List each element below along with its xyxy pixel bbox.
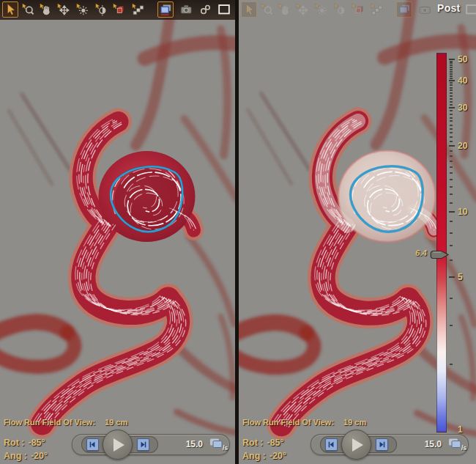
colorbar-current-value: 6.4 [406, 248, 427, 257]
rotation-readout: Rot :-85° [4, 438, 45, 448]
border-frame-tool-icon[interactable] [464, 1, 476, 18]
colorbar-label: 1 [458, 424, 463, 435]
ang-value: -20° [31, 451, 48, 461]
play-button[interactable] [103, 430, 133, 460]
ang-label: Ang : [4, 451, 27, 461]
colorbar-tick [450, 150, 453, 152]
zoom-tool-icon[interactable] [259, 1, 275, 18]
resize-tool-icon[interactable] [368, 1, 384, 18]
colorbar-tick [450, 69, 453, 70]
link-tool-icon[interactable] [197, 1, 213, 18]
play-button[interactable] [341, 430, 371, 460]
frames-per-second-icon[interactable]: /s [209, 437, 226, 452]
rotate-tool-icon[interactable] [294, 1, 310, 18]
colorbar-label: 20 [458, 141, 467, 151]
select-cursor-tool-icon[interactable] [2, 1, 18, 18]
frames-per-second-icon[interactable]: /s [447, 437, 465, 452]
colorbar-tick [450, 120, 453, 122]
camera-snapshot-tool-icon[interactable] [417, 1, 433, 18]
rot-value: -85° [28, 438, 45, 448]
display-layout-tool-icon[interactable] [396, 1, 412, 18]
colorbar-tick [450, 104, 453, 106]
colorbar-tick [450, 82, 453, 84]
colorbar-tick [450, 65, 453, 66]
brightness-tool-icon[interactable] [74, 1, 90, 18]
camera-snapshot-tool-icon[interactable] [178, 1, 194, 18]
flow-visualization-app: Flow Run Field Of View:19 cm Rot :-85° A… [0, 0, 476, 464]
brightness-tool-icon[interactable] [313, 1, 329, 18]
pan-tool-icon[interactable] [276, 1, 292, 18]
display-layout-tool-icon[interactable] [157, 1, 174, 18]
colorbar-tick [450, 95, 453, 97]
contrast-tool-icon[interactable] [93, 1, 109, 18]
select-cursor-tool-icon[interactable] [241, 1, 257, 18]
colorbar-tick [450, 141, 453, 142]
colorbar-tick [450, 179, 453, 180]
colorbar-tick [450, 87, 453, 89]
clip-box-tool-icon[interactable] [111, 1, 127, 18]
colorbar-tick [450, 166, 453, 168]
colorbar-tick [450, 61, 453, 62]
colorbar-tick [450, 155, 453, 157]
colorbar-tick [450, 221, 453, 222]
angiogram-viewport-pre[interactable] [0, 0, 235, 464]
ang-label: Ang : [242, 451, 266, 461]
colorbar-tick [449, 211, 455, 213]
colorbar-tick [450, 128, 453, 130]
fov-value: 19 cm [105, 418, 127, 427]
colorbar-tick [450, 89, 453, 91]
colorbar-tick [450, 71, 453, 73]
playback-speed-value[interactable]: 15.0 [171, 439, 203, 449]
colorbar-tick [450, 125, 453, 126]
zoom-tool-icon[interactable] [20, 1, 36, 18]
fps-unit-label: /s [461, 444, 466, 452]
colorbar-label: 5 [458, 272, 463, 282]
colorbar-tick [450, 101, 453, 103]
colorbar-tick [450, 132, 453, 133]
border-frame-tool-icon[interactable] [216, 1, 232, 18]
colorbar-tick [449, 145, 455, 147]
rot-label: Rot : [242, 438, 263, 448]
playback-controls: 15.0 /s [72, 434, 230, 455]
fps-unit-label: /s [223, 444, 228, 452]
step-back-button[interactable] [325, 438, 338, 451]
colorbar-threshold-handle[interactable] [430, 249, 450, 259]
colorbar-label: 10 [458, 207, 467, 217]
colorbar-tick [450, 84, 453, 86]
field-of-view-readout: Flow Run Field Of View:19 cm [242, 418, 366, 427]
colorbar-tick [450, 245, 453, 246]
colorbar-tick [450, 62, 453, 64]
rotate-tool-icon[interactable] [55, 1, 71, 18]
colorbar-tick [450, 92, 453, 94]
colorbar-gradient[interactable] [436, 53, 447, 432]
fov-label: Flow Run Field Of View: [4, 418, 95, 427]
colorbar-tick [449, 80, 455, 81]
playback-speed-value[interactable]: 15.0 [409, 439, 442, 449]
step-forward-button[interactable] [137, 438, 149, 451]
colorbar-tick [450, 172, 453, 174]
clip-box-tool-icon[interactable] [349, 1, 365, 18]
contrast-tool-icon[interactable] [332, 1, 348, 18]
colorbar-tick [450, 202, 453, 204]
colorbar-label: 50 [458, 54, 467, 65]
rot-value: -85° [267, 438, 283, 448]
colorbar-tick [450, 114, 453, 115]
colorbar-tick [450, 325, 453, 326]
colorbar-tick [449, 276, 455, 278]
pan-tool-icon[interactable] [37, 1, 53, 18]
angulation-readout: Ang :-20° [242, 451, 286, 461]
playback-controls: 15.0 /s [310, 434, 469, 455]
ang-value: -20° [269, 451, 286, 461]
colorbar-tick [450, 136, 453, 138]
colorbar-tick [450, 117, 453, 119]
step-forward-button[interactable] [376, 438, 388, 451]
rot-label: Rot : [4, 438, 24, 448]
colorbar-tick [450, 259, 453, 261]
colorbar-label: 40 [458, 76, 467, 86]
step-back-button[interactable] [86, 438, 99, 451]
colorbar-tick [450, 298, 453, 299]
colorbar-tick [450, 76, 453, 77]
angulation-readout: Ang :-20° [4, 451, 48, 461]
resize-tool-icon[interactable] [130, 1, 146, 18]
fov-value: 19 cm [343, 418, 366, 427]
